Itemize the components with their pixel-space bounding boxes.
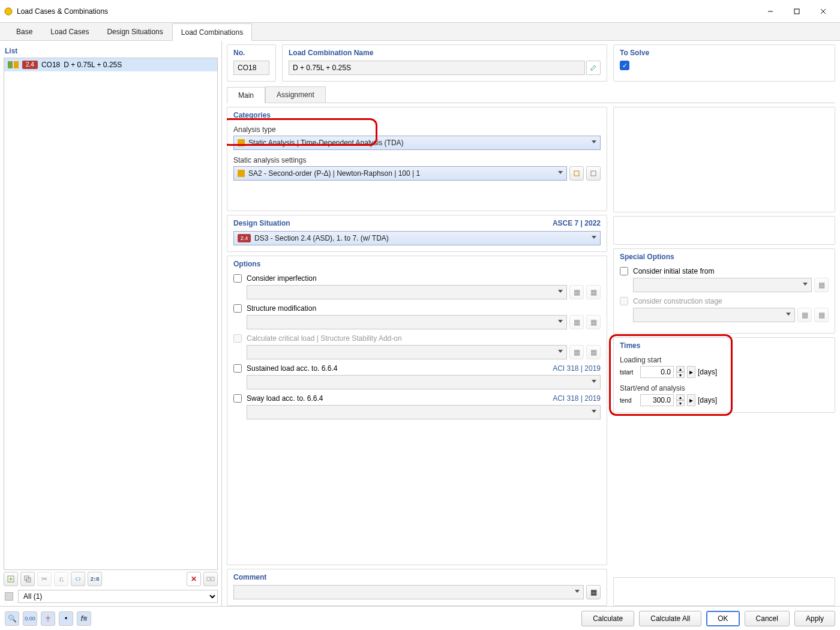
window-title: Load Cases & Combinations	[17, 7, 757, 16]
maximize-button[interactable]	[784, 3, 810, 20]
title-bar: Load Cases & Combinations	[0, 0, 840, 23]
app-icon	[4, 7, 13, 16]
tab-load-cases[interactable]: Load Cases	[41, 23, 98, 40]
svg-point-0	[5, 8, 12, 15]
tab-load-combinations[interactable]: Load Combinations	[172, 23, 252, 41]
tab-design-situations[interactable]: Design Situations	[98, 23, 172, 40]
tab-base[interactable]: Base	[7, 23, 41, 40]
main-tabbar: Base Load Cases Design Situations Load C…	[0, 23, 840, 41]
svg-rect-2	[794, 9, 799, 14]
close-button[interactable]	[810, 3, 836, 20]
minimize-button[interactable]	[757, 3, 784, 20]
